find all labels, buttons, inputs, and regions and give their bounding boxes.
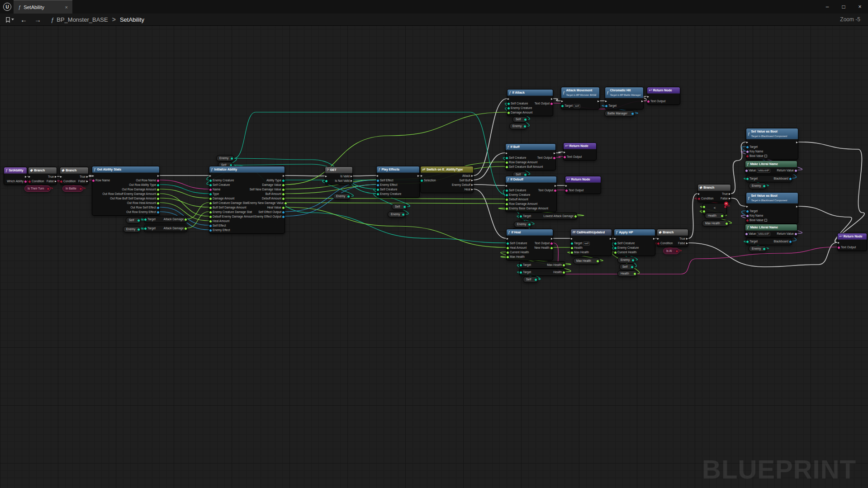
float-pin[interactable] (506, 203, 508, 205)
obj-pin[interactable] (789, 178, 792, 180)
health-cap-node[interactable]: Health (617, 270, 637, 277)
creature-pin[interactable] (746, 178, 749, 180)
battle-manager-var-node[interactable]: Battle Manager (604, 110, 635, 117)
in-battle-node[interactable]: In Battle (62, 185, 83, 192)
self-var-7-node[interactable]: Self (523, 276, 538, 283)
exec-pin[interactable] (209, 175, 211, 177)
if-debuff-node[interactable]: ƒIf DebuffSelf CreatureText OutputEnemy … (505, 176, 557, 212)
creature-pin[interactable] (528, 223, 531, 226)
obj-pin[interactable] (377, 184, 379, 186)
obj-pin[interactable] (746, 210, 749, 213)
exec-pin[interactable] (471, 184, 473, 186)
obj-pin[interactable] (631, 113, 634, 115)
bool-pin[interactable] (724, 206, 726, 208)
if-attack-node[interactable]: ƒIf AttackSelf CreatureText OutputEnemy … (507, 89, 553, 116)
bool-pin[interactable] (746, 155, 749, 157)
float-pin[interactable] (209, 198, 212, 200)
set-value-bool-2-node[interactable]: ƒSet Value as BoolTarget is Blackboard C… (746, 192, 798, 224)
creature-pin[interactable] (377, 193, 379, 195)
exec-pin[interactable] (471, 180, 473, 181)
text-pin[interactable] (564, 156, 566, 158)
minimize-button[interactable]: – (819, 0, 835, 14)
creature-pin[interactable] (507, 242, 509, 245)
exec-pin[interactable] (471, 189, 473, 190)
creature-pin[interactable] (535, 279, 537, 281)
exec-pin[interactable] (729, 193, 730, 195)
obj-pin[interactable] (157, 207, 159, 209)
float-pin[interactable] (282, 193, 285, 195)
creature-pin[interactable] (524, 174, 526, 176)
exec-pin[interactable] (614, 238, 616, 240)
is-their-turn-node[interactable]: Is Their Turn (24, 185, 51, 192)
exec-pin[interactable] (25, 176, 27, 178)
creature-pin[interactable] (520, 215, 522, 218)
max-health-cap-2-node[interactable]: Max Health (702, 220, 729, 227)
float-pin[interactable] (721, 215, 723, 217)
name-pin[interactable] (746, 151, 749, 153)
lowest-attack-node[interactable]: TargetLowest Attack Damage (519, 213, 577, 220)
switch-ability-node[interactable]: ⇄Switch on E_AbilityTypeAttackSelectionS… (420, 166, 474, 193)
set-ability-node[interactable]: ƒSetAbilityWhich Ability (4, 167, 27, 185)
exec-pin[interactable] (610, 238, 612, 240)
exec-pin[interactable] (157, 175, 159, 177)
creature-pin[interactable] (402, 213, 404, 216)
text-pin[interactable] (838, 246, 840, 249)
exec-pin[interactable] (508, 98, 509, 100)
bool-pin[interactable] (60, 180, 62, 183)
obj-pin[interactable] (157, 211, 159, 213)
exec-pin[interactable] (686, 238, 688, 240)
health-cap-2-node[interactable]: Health (705, 213, 725, 219)
float-pin[interactable] (703, 210, 705, 213)
chromatic-hit-node[interactable]: ƒChromatic HitTarget is BP Battle Manage… (605, 87, 644, 109)
exec-pin[interactable] (838, 242, 840, 244)
exec-pin[interactable] (351, 175, 352, 177)
pin-default-field[interactable]: IsMonHP (757, 169, 770, 173)
float-pin[interactable] (185, 218, 187, 221)
creature-pin[interactable] (209, 180, 212, 182)
enum-pin[interactable] (209, 193, 212, 195)
exec-pin[interactable] (55, 180, 57, 182)
name-pin[interactable] (745, 233, 748, 235)
exec-pin[interactable] (60, 176, 62, 178)
bookmarks-button[interactable] (4, 17, 15, 23)
obj-pin[interactable] (282, 216, 285, 218)
float-pin[interactable] (597, 260, 599, 262)
float-pin[interactable] (507, 251, 509, 254)
text-pin[interactable] (157, 180, 159, 182)
name-pin[interactable] (795, 233, 797, 235)
self-var-4-node[interactable]: Self (512, 116, 528, 123)
tab-setability[interactable]: ƒ SetAbility × (14, 0, 72, 14)
pg-max-health-node[interactable]: TargetMax Health (519, 261, 565, 269)
exec-pin[interactable] (746, 206, 748, 208)
exec-pin[interactable] (377, 175, 379, 177)
enemy-var-1-node[interactable]: Enemy (123, 226, 141, 232)
if-heal-node[interactable]: ƒIf HealSelf CreatureText OutputHeal Amo… (506, 229, 553, 261)
enemy-var-6-node[interactable]: Enemy (617, 257, 636, 263)
creature-pin[interactable] (506, 157, 508, 159)
float-pin[interactable] (506, 208, 508, 210)
exec-pin[interactable] (471, 175, 473, 177)
name-pin[interactable] (745, 170, 748, 172)
obj-pin[interactable] (209, 225, 212, 227)
back-button[interactable]: ← (18, 16, 29, 24)
get-ability-stats-node[interactable]: ƒGet Ability StatsRow NameOut Row NameOu… (92, 166, 160, 216)
creature-pin[interactable] (325, 180, 327, 182)
exec-pin[interactable] (506, 185, 508, 187)
creature-pin[interactable] (632, 259, 634, 261)
enum-pin[interactable] (282, 180, 285, 182)
creature-pin[interactable] (138, 228, 140, 231)
creature-pin[interactable] (520, 271, 522, 274)
branch-2-node[interactable]: ◆BranchTrueConditionFalse (60, 167, 89, 185)
text-pin[interactable] (565, 190, 568, 192)
float-pin[interactable] (726, 223, 728, 225)
breadcrumb-parent[interactable]: BP_Monster_BASE (57, 16, 108, 23)
pin-default-field[interactable]: self (574, 104, 580, 108)
text-pin[interactable] (554, 190, 556, 192)
pin-default-field[interactable]: self (583, 242, 590, 246)
creature-pin[interactable] (209, 184, 212, 186)
exec-pin[interactable] (351, 180, 352, 182)
bool-pin[interactable] (657, 242, 659, 245)
float-pin[interactable] (508, 112, 510, 114)
is-ai-node[interactable]: Is AI (663, 248, 679, 254)
creature-pin[interactable] (524, 118, 526, 121)
